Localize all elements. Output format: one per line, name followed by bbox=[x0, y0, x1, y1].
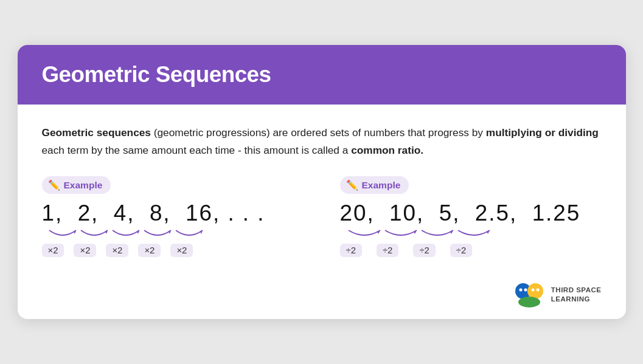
example1-badge: ✏️ Example bbox=[42, 176, 111, 194]
card-body: Geometric sequences (geometric progressi… bbox=[18, 105, 626, 276]
ratio-badge-3: ×2 bbox=[106, 244, 128, 257]
footer: THIRD SPACELEARNING bbox=[18, 275, 626, 319]
example2-badge: ✏️ Example bbox=[340, 176, 409, 194]
example1-arrows bbox=[47, 228, 304, 241]
card-header: Geometric Sequences bbox=[18, 45, 626, 105]
example1-labels: ×2 ×2 ×2 ×2 ×2 bbox=[42, 244, 304, 257]
svg-point-11 bbox=[518, 297, 540, 307]
example2-numbers: 20, 10, 5, 2.5, 1.25 bbox=[340, 200, 602, 227]
arrow2-2 bbox=[383, 228, 419, 241]
example1-numbers: 1, 2, 4, 8, 16, . . . bbox=[42, 200, 304, 227]
svg-point-12 bbox=[519, 289, 522, 292]
ratio2-badge-2: ÷2 bbox=[377, 244, 398, 257]
example2-badge-label: Example bbox=[362, 180, 401, 191]
example2-arrows bbox=[346, 228, 602, 241]
examples-row: ✏️ Example 1, 2, 4, 8, 16, . . . bbox=[42, 176, 602, 257]
arrow2-4 bbox=[456, 228, 492, 241]
card: Geometric Sequences Geometric sequences … bbox=[18, 45, 626, 320]
arrow2 bbox=[78, 228, 110, 241]
ratio-badge-2: ×2 bbox=[74, 244, 96, 257]
example2-block: ✏️ Example 20, 10, 5, 2.5, 1.25 bbox=[340, 176, 602, 257]
intro-bold1: Geometric sequences bbox=[42, 126, 151, 139]
page-title: Geometric Sequences bbox=[42, 62, 602, 88]
ratio-badge-1: ×2 bbox=[42, 244, 64, 257]
svg-point-15 bbox=[536, 289, 539, 292]
arrow3 bbox=[110, 228, 142, 241]
intro-text2: each term by the same amount each time -… bbox=[42, 144, 352, 156]
ratio2-badge-1: ÷2 bbox=[340, 244, 362, 257]
arrow2-1 bbox=[346, 228, 383, 241]
intro-text1: (geometric progressions) are ordered set… bbox=[151, 126, 486, 139]
intro-bold2: multiplying or dividing bbox=[486, 126, 599, 139]
arrow5 bbox=[173, 228, 205, 241]
example1-block: ✏️ Example 1, 2, 4, 8, 16, . . . bbox=[42, 176, 304, 257]
svg-point-14 bbox=[531, 289, 534, 292]
tsl-logo: THIRD SPACELEARNING bbox=[513, 281, 602, 308]
pencil-icon-1: ✏️ bbox=[48, 179, 60, 191]
ratio-badge-4: ×2 bbox=[138, 244, 161, 257]
arrow4 bbox=[142, 228, 173, 241]
ratio2-badge-4: ÷2 bbox=[450, 244, 472, 257]
arrow2-3 bbox=[419, 228, 456, 241]
ratio-badge-5: ×2 bbox=[170, 244, 193, 257]
pencil-icon-2: ✏️ bbox=[346, 179, 358, 191]
svg-point-13 bbox=[524, 289, 527, 292]
tsl-logo-icon bbox=[513, 281, 545, 308]
ratio2-badge-3: ÷2 bbox=[413, 244, 435, 257]
intro-paragraph: Geometric sequences (geometric progressi… bbox=[42, 124, 602, 160]
example2-labels: ÷2 ÷2 ÷2 ÷2 bbox=[340, 244, 602, 257]
arrow1 bbox=[47, 228, 78, 241]
tsl-brand-text: THIRD SPACELEARNING bbox=[551, 286, 602, 304]
example1-badge-label: Example bbox=[64, 180, 103, 191]
intro-bold3: common ratio. bbox=[351, 144, 423, 156]
